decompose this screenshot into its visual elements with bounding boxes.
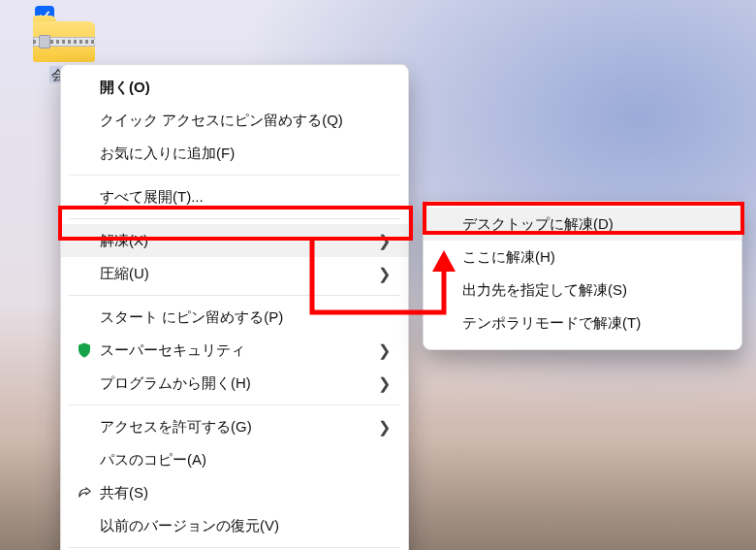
zip-folder-icon <box>33 16 95 62</box>
menu-item-open-with[interactable]: プログラムから開く(H) ❯ <box>61 367 408 400</box>
menu-item-label: 共有(S) <box>96 484 391 502</box>
menu-item-grant-access[interactable]: アクセスを許可する(G) ❯ <box>61 410 408 443</box>
menu-item-pin-start[interactable]: スタート にピン留めする(P) <box>61 301 408 334</box>
menu-item-label: パスのコピー(A) <box>96 451 391 469</box>
menu-item-share[interactable]: 共有(S) <box>61 476 408 509</box>
submenu-arrow-icon: ❯ <box>378 341 391 360</box>
submenu-item-extract-choose[interactable]: 出力先を指定して解凍(S) <box>424 274 741 307</box>
menu-item-label: ここに解凍(H) <box>458 248 724 267</box>
menu-separator <box>69 218 400 219</box>
submenu-item-extract-desktop[interactable]: デスクトップに解凍(D) <box>424 208 741 241</box>
menu-item-restore-versions[interactable]: 以前のバージョンの復元(V) <box>61 509 408 542</box>
submenu-item-extract-here[interactable]: ここに解凍(H) <box>424 241 741 274</box>
share-icon <box>73 485 96 501</box>
menu-separator <box>69 295 400 296</box>
menu-item-extract-all[interactable]: すべて展開(T)... <box>61 180 408 213</box>
submenu-item-extract-temp[interactable]: テンポラリモードで解凍(T) <box>424 307 741 340</box>
menu-item-label: デスクトップに解凍(D) <box>458 215 724 234</box>
menu-item-label: スーパーセキュリティ <box>96 341 378 360</box>
menu-item-label: 開く(O) <box>96 79 391 97</box>
menu-item-extract[interactable]: 解凍(X) ❯ <box>61 224 408 257</box>
submenu-arrow-icon: ❯ <box>378 374 391 393</box>
menu-item-label: プログラムから開く(H) <box>96 374 378 393</box>
menu-item-pin-quick-access[interactable]: クイック アクセスにピン留めする(Q) <box>61 104 408 137</box>
menu-item-label: 解凍(X) <box>96 232 378 250</box>
submenu-arrow-icon: ❯ <box>378 232 391 250</box>
menu-item-label: 出力先を指定して解凍(S) <box>458 281 724 300</box>
menu-separator <box>69 547 400 548</box>
menu-separator <box>69 404 400 405</box>
submenu-arrow-icon: ❯ <box>378 265 391 283</box>
menu-item-label: スタート にピン留めする(P) <box>96 308 391 327</box>
menu-item-copy-path[interactable]: パスのコピー(A) <box>61 443 408 476</box>
context-menu: 開く(O) クイック アクセスにピン留めする(Q) お気に入りに追加(F) すべ… <box>60 64 409 550</box>
menu-item-label: テンポラリモードで解凍(T) <box>458 314 724 333</box>
menu-item-add-favorites[interactable]: お気に入りに追加(F) <box>61 137 408 170</box>
menu-item-open[interactable]: 開く(O) <box>61 71 408 104</box>
menu-item-super-security[interactable]: スーパーセキュリティ ❯ <box>61 334 408 367</box>
menu-item-label: お気に入りに追加(F) <box>96 145 391 163</box>
menu-item-label: すべて展開(T)... <box>96 188 391 207</box>
menu-separator <box>69 175 400 176</box>
menu-item-compress[interactable]: 圧縮(U) ❯ <box>61 257 408 290</box>
extract-submenu: デスクトップに解凍(D) ここに解凍(H) 出力先を指定して解凍(S) テンポラ… <box>423 201 742 350</box>
submenu-arrow-icon: ❯ <box>378 418 391 437</box>
menu-item-label: 以前のバージョンの復元(V) <box>96 517 391 535</box>
shield-icon <box>73 341 96 359</box>
menu-item-label: 圧縮(U) <box>96 265 378 283</box>
menu-item-label: クイック アクセスにピン留めする(Q) <box>96 112 391 130</box>
menu-item-label: アクセスを許可する(G) <box>96 418 378 437</box>
